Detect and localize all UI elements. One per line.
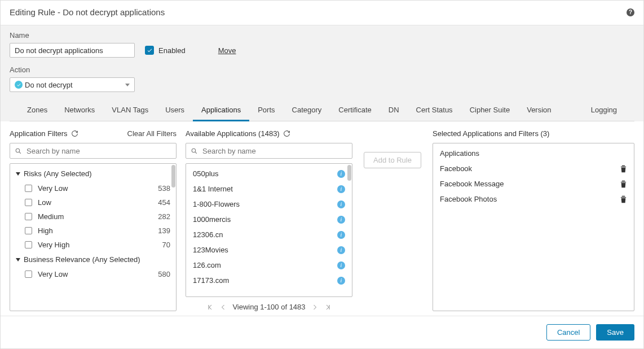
info-icon[interactable]: i bbox=[337, 170, 345, 178]
enabled-label: Enabled bbox=[158, 46, 186, 55]
checkbox[interactable] bbox=[25, 241, 32, 248]
rule-name-input[interactable] bbox=[10, 43, 135, 58]
tab-logging[interactable]: Logging bbox=[583, 100, 625, 121]
help-icon[interactable]: ? bbox=[627, 8, 634, 16]
svg-point-2 bbox=[192, 149, 196, 152]
filters-search[interactable] bbox=[10, 143, 177, 159]
chevron-down-icon bbox=[16, 172, 20, 176]
app-item[interactable]: 123Moviesi bbox=[186, 242, 352, 258]
tab-dn[interactable]: DN bbox=[380, 100, 408, 121]
checkbox[interactable] bbox=[25, 271, 32, 278]
info-icon[interactable]: i bbox=[337, 277, 345, 285]
pager-text: Viewing 1-100 of 1483 bbox=[232, 303, 305, 311]
filter-item[interactable]: Medium282 bbox=[10, 210, 176, 224]
refresh-icon[interactable] bbox=[283, 130, 290, 137]
app-item[interactable]: 1&1 Interneti bbox=[186, 181, 352, 197]
cancel-button[interactable]: Cancel bbox=[546, 324, 590, 341]
app-item[interactable]: 050plusi bbox=[186, 166, 352, 181]
svg-line-1 bbox=[19, 152, 21, 154]
app-item[interactable]: 1000mercisi bbox=[186, 212, 352, 227]
checkbox[interactable] bbox=[25, 227, 32, 234]
checkbox[interactable] bbox=[25, 213, 32, 220]
tab-zones[interactable]: Zones bbox=[19, 100, 56, 121]
save-button[interactable]: Save bbox=[596, 324, 634, 341]
apps-search-input[interactable] bbox=[201, 146, 347, 156]
delete-icon[interactable] bbox=[620, 195, 627, 203]
info-icon[interactable]: i bbox=[337, 200, 345, 208]
apps-header: Available Applications (1483) bbox=[186, 129, 280, 138]
action-value: Do not decrypt bbox=[25, 81, 73, 89]
selected-item: Facebook Message bbox=[433, 176, 634, 191]
filter-item[interactable]: Low454 bbox=[10, 195, 176, 210]
add-to-rule-button[interactable]: Add to Rule bbox=[364, 152, 421, 168]
apps-list: 050plusi1&1 Interneti1-800-Flowersi1000m… bbox=[186, 163, 352, 297]
prev-page-icon[interactable] bbox=[220, 304, 227, 311]
filter-item[interactable]: Very High70 bbox=[10, 238, 176, 252]
tab-users[interactable]: Users bbox=[157, 100, 193, 121]
tab-certificate[interactable]: Certificate bbox=[330, 100, 380, 121]
app-item[interactable]: 17173.comi bbox=[186, 273, 352, 288]
dialog-title: Editing Rule - Do not decrypt applicatio… bbox=[10, 7, 165, 17]
svg-point-0 bbox=[16, 149, 20, 152]
name-label: Name bbox=[10, 31, 634, 40]
selected-item: Facebook Photos bbox=[433, 191, 634, 207]
scrollbar[interactable] bbox=[171, 165, 175, 309]
action-select[interactable]: Do not decrypt bbox=[10, 77, 135, 92]
selected-item: Facebook bbox=[433, 161, 634, 176]
info-icon[interactable]: i bbox=[337, 246, 345, 254]
tab-bar: ZonesNetworksVLAN TagsUsersApplicationsP… bbox=[10, 100, 634, 121]
selected-header: Selected Applications and Filters (3) bbox=[433, 129, 549, 138]
tab-category[interactable]: Category bbox=[284, 100, 330, 121]
tab-ports[interactable]: Ports bbox=[249, 100, 283, 121]
filters-list: Risks (Any Selected)Very Low538Low454Med… bbox=[10, 163, 177, 311]
checkbox[interactable] bbox=[25, 185, 32, 192]
app-item[interactable]: 12306.cni bbox=[186, 227, 352, 242]
first-page-icon[interactable] bbox=[206, 304, 214, 311]
svg-line-3 bbox=[195, 152, 197, 154]
info-icon[interactable]: i bbox=[337, 185, 345, 193]
scrollbar[interactable] bbox=[347, 165, 351, 295]
filters-search-input[interactable] bbox=[25, 146, 171, 156]
selected-list: ApplicationsFacebookFacebook MessageFace… bbox=[433, 143, 634, 311]
do-not-decrypt-icon bbox=[15, 81, 23, 89]
refresh-icon[interactable] bbox=[71, 130, 78, 137]
last-page-icon[interactable] bbox=[324, 304, 332, 311]
tab-vlan-tags[interactable]: VLAN Tags bbox=[103, 100, 157, 121]
tab-cipher-suite[interactable]: Cipher Suite bbox=[461, 100, 519, 121]
tab-cert-status[interactable]: Cert Status bbox=[408, 100, 461, 121]
filter-group-header[interactable]: Business Relevance (Any Selected) bbox=[10, 252, 176, 267]
enabled-checkbox[interactable] bbox=[145, 46, 154, 55]
app-item[interactable]: 1-800-Flowersi bbox=[186, 197, 352, 212]
info-icon[interactable]: i bbox=[337, 261, 345, 269]
tab-applications[interactable]: Applications bbox=[193, 100, 249, 121]
tab-version[interactable]: Version bbox=[518, 100, 559, 121]
chevron-down-icon bbox=[125, 84, 130, 86]
filters-header: Application Filters bbox=[10, 129, 68, 138]
clear-all-filters[interactable]: Clear All Filters bbox=[127, 129, 177, 138]
checkbox[interactable] bbox=[25, 199, 32, 206]
filter-item[interactable]: Very Low538 bbox=[10, 181, 176, 195]
delete-icon[interactable] bbox=[620, 180, 627, 188]
filter-group-header[interactable]: Risks (Any Selected) bbox=[10, 166, 176, 181]
pager: Viewing 1-100 of 1483 bbox=[186, 297, 352, 311]
selected-category: Applications bbox=[433, 146, 634, 161]
search-icon bbox=[191, 147, 198, 155]
filter-item[interactable]: High139 bbox=[10, 224, 176, 238]
tab-networks[interactable]: Networks bbox=[56, 100, 103, 121]
action-label: Action bbox=[10, 66, 634, 74]
move-link[interactable]: Move bbox=[218, 46, 236, 55]
search-icon bbox=[15, 147, 22, 155]
delete-icon[interactable] bbox=[620, 165, 627, 173]
filter-item[interactable]: Very Low580 bbox=[10, 267, 176, 281]
app-item[interactable]: 126.comi bbox=[186, 258, 352, 273]
chevron-down-icon bbox=[16, 258, 20, 261]
apps-search[interactable] bbox=[186, 143, 352, 159]
info-icon[interactable]: i bbox=[337, 216, 345, 224]
info-icon[interactable]: i bbox=[337, 231, 345, 239]
next-page-icon[interactable] bbox=[311, 304, 318, 311]
